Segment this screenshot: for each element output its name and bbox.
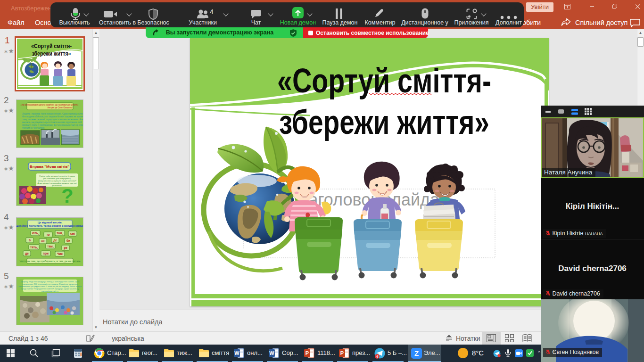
svg-text:«Усі ми пасажири одного корабл: «Усі ми пасажири одного корабля, що нази… [21, 104, 79, 106]
svg-text:P: P [305, 350, 309, 356]
svg-text:P: P [340, 350, 344, 356]
svg-text:то: то [46, 233, 50, 236]
svg-text:збережи життя»: збережи життя» [32, 50, 71, 57]
svg-text:де: де [25, 252, 29, 255]
svg-text:там,: там, [57, 231, 63, 235]
svg-text:при: при [43, 252, 49, 255]
svg-text:W: W [234, 350, 239, 356]
svg-text:тому, питання гармонії з приро: тому, питання гармонії з природою є житт… [22, 118, 83, 121]
svg-text:Вправа "Мова квітів": Вправа "Мова квітів" [30, 165, 69, 169]
svg-text:розказати.: розказати. [52, 184, 62, 187]
svg-text:Z: Z [414, 349, 419, 357]
svg-text:смі: смі [70, 232, 75, 235]
svg-text:би: би [66, 239, 70, 242]
svg-text:тять,: тять, [30, 246, 38, 249]
svg-text:ре: ре [64, 246, 67, 250]
svg-text:де: де [53, 239, 57, 242]
svg-text:на жаль, не розуміють цього і: на жаль, не розуміють цього і наполеглив… [22, 121, 82, 123]
svg-text:там,: там, [47, 245, 54, 248]
svg-text:Чисто не там, де прибирають, а: Чисто не там, де прибирають, а там, де н… [19, 260, 80, 263]
svg-text:Це відомий вислів.: Це відомий вислів. [38, 221, 63, 224]
svg-text:не: не [41, 239, 45, 243]
svg-text:W: W [269, 350, 274, 356]
svg-text:збережи життя»: збережи життя» [279, 103, 489, 141]
svg-text:?: ? [61, 185, 74, 206]
svg-text:успіхом не увінчалися.: успіхом не увінчалися. [22, 127, 45, 129]
svg-text:Чис: Чис [57, 252, 63, 255]
svg-text:Щоб його прочитати, треба зібр: Щоб його прочитати, треба зібрати розкид… [17, 224, 83, 227]
svg-text:без людини обійтися, а от люди: без людини обійтися, а от людина без неї… [22, 115, 83, 118]
svg-text:природу, стали її господарями.: природу, стали її господарями. До тепері… [22, 124, 83, 126]
svg-text:«Сортуй сміття-: «Сортуй сміття- [277, 62, 491, 99]
svg-text:вантажівку сміття: вантажівку сміття [41, 290, 58, 292]
svg-text:«Сортуй сміття-: «Сортуй сміття- [31, 42, 72, 49]
svg-text:Антуан де Сент-Екзюпері: Антуан де Сент-Екзюпері [47, 107, 72, 109]
svg-text:ють,: ють, [32, 231, 39, 235]
svg-text:в: в [29, 239, 31, 242]
svg-text:Людина і природа тісно взаємоз: Людина і природа тісно взаємозв'язані. О… [22, 113, 83, 115]
